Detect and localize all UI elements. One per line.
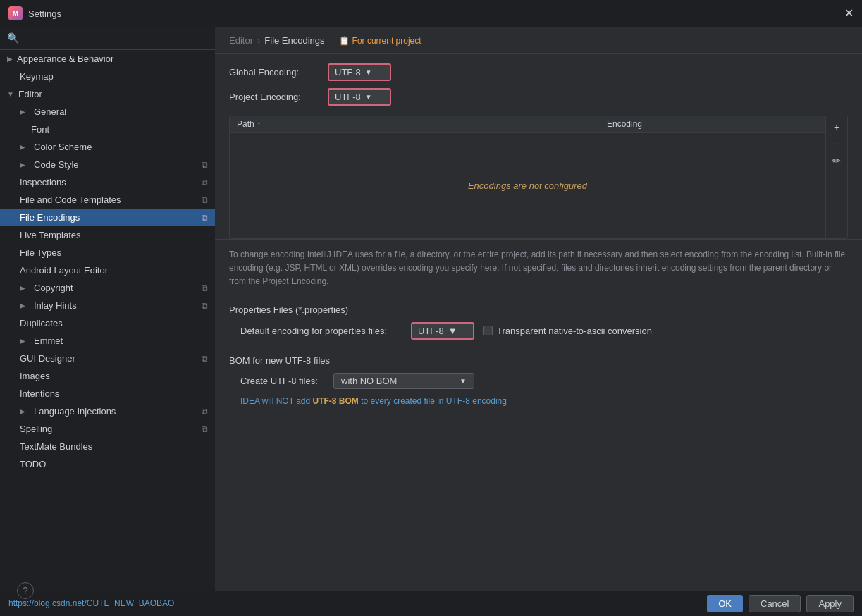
ok-button[interactable]: OK xyxy=(707,595,743,612)
table-body: Encodings are not configured xyxy=(230,133,825,238)
remove-path-button[interactable]: − xyxy=(829,136,844,152)
copy-icon: ⧉ xyxy=(202,283,208,293)
copy-icon: ⧉ xyxy=(202,301,208,311)
sidebar-item-label: File and Code Templates xyxy=(20,195,121,205)
search-input[interactable] xyxy=(23,33,208,44)
expand-arrow: ▶ xyxy=(20,337,30,345)
sidebar-item-spelling[interactable]: Spelling ⧉ xyxy=(0,420,215,438)
title-bar-left: M Settings xyxy=(8,6,61,20)
for-project-link[interactable]: 📋 For current project xyxy=(339,36,421,46)
sidebar-item-todo[interactable]: TODO xyxy=(0,455,215,473)
sidebar-item-duplicates[interactable]: Duplicates xyxy=(0,314,215,332)
sidebar-item-label: Font xyxy=(31,124,49,135)
search-bar: 🔍 xyxy=(0,27,215,50)
sidebar-item-label: General xyxy=(34,106,66,117)
sidebar-item-images[interactable]: Images xyxy=(0,367,215,385)
project-encoding-dropdown[interactable]: UTF-8 ▼ xyxy=(328,88,391,106)
project-encoding-value: UTF-8 xyxy=(335,92,361,102)
transparent-conversion-row: Transparent native-to-ascii conversion xyxy=(483,326,652,336)
sidebar-item-inlay-hints[interactable]: ▶ Inlay Hints ⧉ xyxy=(0,297,215,314)
apply-button[interactable]: Apply xyxy=(806,595,854,612)
sidebar-item-file-encodings[interactable]: File Encodings ⧉ xyxy=(0,209,215,226)
sidebar-item-label: TODO xyxy=(20,459,46,469)
sidebar-item-label: TextMate Bundles xyxy=(20,441,92,452)
sidebar-item-label: Android Layout Editor xyxy=(20,265,108,276)
empty-message: Encodings are not configured xyxy=(468,180,587,191)
create-utf8-row: Create UTF-8 files: with NO BOM ▼ xyxy=(215,370,862,392)
bom-dropdown[interactable]: with NO BOM ▼ xyxy=(333,373,474,389)
copy-icon: ⧉ xyxy=(202,213,208,223)
sidebar-item-inspections[interactable]: Inspections ⧉ xyxy=(0,173,215,191)
table-side-buttons: + − ✏ xyxy=(825,116,847,238)
app-icon: M xyxy=(8,6,23,20)
sort-icon: ↑ xyxy=(257,121,261,128)
cancel-button[interactable]: Cancel xyxy=(749,595,801,612)
expand-arrow: ▶ xyxy=(20,407,30,415)
expand-arrow: ▶ xyxy=(20,302,30,309)
default-encoding-dropdown[interactable]: UTF-8 ▼ xyxy=(411,322,474,340)
idea-note-highlight: UTF-8 BOM xyxy=(312,396,358,406)
sidebar-item-label: GUI Designer xyxy=(20,353,75,364)
sidebar-item-code-style[interactable]: ▶ Code Style ⧉ xyxy=(0,156,215,173)
sidebar-item-emmet[interactable]: ▶ Emmet xyxy=(0,332,215,350)
bom-dropdown-arrow: ▼ xyxy=(460,377,467,385)
breadcrumb: Editor › File Encodings xyxy=(229,35,325,46)
properties-section: Properties Files (*.properties) Default … xyxy=(215,297,862,343)
bottom-link[interactable]: https://blog.csdn.net/CUTE_NEW_BAOBAO xyxy=(8,598,174,608)
idea-note: IDEA will NOT add UTF-8 BOM to every cre… xyxy=(215,392,862,410)
sidebar-item-file-and-code-templates[interactable]: File and Code Templates ⧉ xyxy=(0,191,215,209)
info-text: To change encoding IntelliJ IDEA uses fo… xyxy=(215,239,862,297)
sidebar-item-live-templates[interactable]: Live Templates xyxy=(0,226,215,244)
close-button[interactable]: ✕ xyxy=(844,8,854,19)
sidebar-item-label: Spelling xyxy=(20,424,52,434)
bom-value: with NO BOM xyxy=(341,376,397,386)
bottom-buttons: OK Cancel Apply xyxy=(707,595,854,612)
sidebar-item-language-injections[interactable]: ▶ Language Injections ⧉ xyxy=(0,402,215,420)
sidebar-item-label: File Encodings xyxy=(20,212,80,223)
sidebar-item-keymap[interactable]: Keymap xyxy=(0,68,215,85)
sidebar-item-editor[interactable]: ▼ Editor xyxy=(0,85,215,103)
sidebar-item-textmate-bundles[interactable]: TextMate Bundles xyxy=(0,438,215,455)
title-bar: M Settings ✕ xyxy=(0,0,862,27)
col-path-header[interactable]: Path ↑ xyxy=(237,119,431,129)
sidebar-item-general[interactable]: ▶ General xyxy=(0,103,215,121)
project-encoding-row: Project Encoding: UTF-8 ▼ xyxy=(229,88,848,106)
sidebar-item-appearance-behavior[interactable]: ▶ Appearance & Behavior xyxy=(0,50,215,68)
col-encoding-header: Encoding xyxy=(431,119,818,129)
sidebar-item-intentions[interactable]: Intentions xyxy=(0,385,215,402)
panel-body: Global Encoding: UTF-8 ▼ Project Encodin… xyxy=(215,54,862,591)
sidebar-item-label: Code Style xyxy=(34,159,79,170)
global-encoding-value: UTF-8 xyxy=(335,67,361,78)
transparent-conversion-checkbox[interactable] xyxy=(483,326,493,335)
copy-icon: ⧉ xyxy=(202,354,208,364)
sidebar-item-label: Copyright xyxy=(34,283,73,293)
default-encoding-label: Default encoding for properties files: xyxy=(240,326,402,336)
search-icon: 🔍 xyxy=(7,32,19,44)
encoding-table: Path ↑ Encoding Encodings are not config… xyxy=(229,116,848,239)
sidebar-item-label: Inspections xyxy=(20,177,66,187)
copy-icon: ⧉ xyxy=(202,178,208,187)
breadcrumb-current: File Encodings xyxy=(264,35,324,46)
copy-icon: ⧉ xyxy=(202,160,208,170)
sidebar-item-android-layout-editor[interactable]: Android Layout Editor xyxy=(0,261,215,279)
breadcrumb-parent: Editor xyxy=(229,35,253,46)
global-encoding-row: Global Encoding: UTF-8 ▼ xyxy=(229,63,848,81)
bom-section: BOM for new UTF-8 files Create UTF-8 fil… xyxy=(215,348,862,410)
sidebar-item-copyright[interactable]: ▶ Copyright ⧉ xyxy=(0,279,215,297)
sidebar-item-font[interactable]: Font xyxy=(0,121,215,138)
sidebar-item-gui-designer[interactable]: GUI Designer ⧉ xyxy=(0,350,215,367)
sidebar-item-label: Appearance & Behavior xyxy=(17,54,113,64)
add-path-button[interactable]: + xyxy=(829,119,844,135)
global-encoding-dropdown[interactable]: UTF-8 ▼ xyxy=(328,63,391,81)
main-content: 🔍 ▶ Appearance & Behavior Keymap ▼ Edito… xyxy=(0,27,862,591)
bottom-bar: https://blog.csdn.net/CUTE_NEW_BAOBAO OK… xyxy=(0,591,862,616)
expand-arrow: ▶ xyxy=(7,55,13,63)
encoding-fields: Global Encoding: UTF-8 ▼ Project Encodin… xyxy=(215,54,862,116)
sidebar-item-color-scheme[interactable]: ▶ Color Scheme xyxy=(0,138,215,156)
sidebar-item-file-types[interactable]: File Types xyxy=(0,244,215,261)
sidebar-item-label: Live Templates xyxy=(20,230,80,240)
help-button[interactable]: ? xyxy=(17,582,34,599)
expand-arrow: ▶ xyxy=(20,161,30,168)
default-encoding-value: UTF-8 xyxy=(418,326,444,336)
edit-path-button[interactable]: ✏ xyxy=(829,153,844,168)
